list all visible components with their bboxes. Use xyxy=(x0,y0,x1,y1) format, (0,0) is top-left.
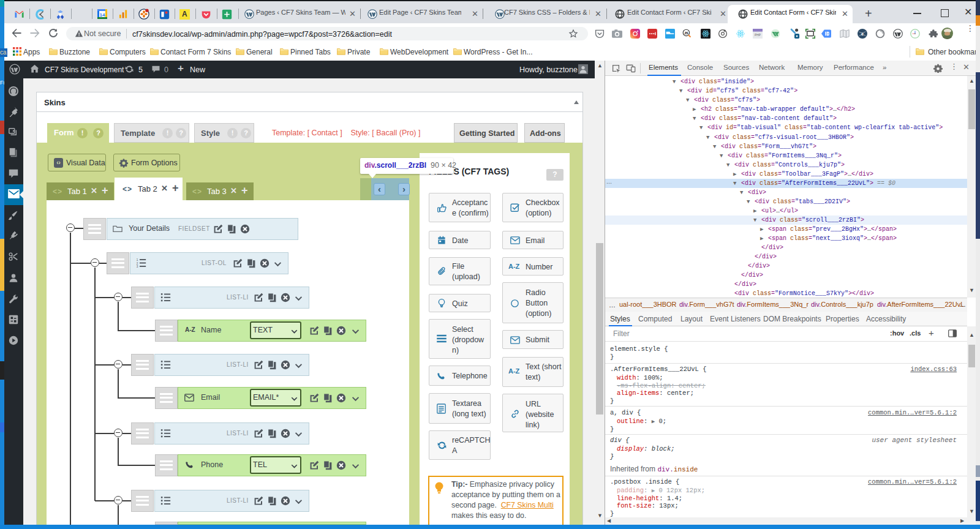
svg-text:JS: JS xyxy=(684,31,688,35)
svg-text:3: 3 xyxy=(137,265,138,268)
svg-text:2: 2 xyxy=(137,262,138,265)
svg-text:14: 14 xyxy=(100,12,105,18)
svg-text:e: e xyxy=(861,31,864,37)
svg-text:PHP: PHP xyxy=(755,34,761,37)
svg-text:1: 1 xyxy=(137,258,138,261)
